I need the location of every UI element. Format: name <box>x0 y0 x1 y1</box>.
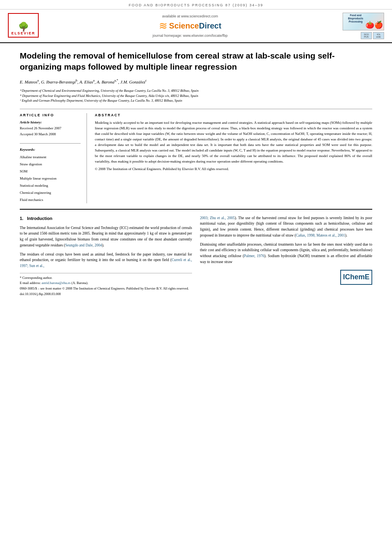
journal-cover-image: Food and Bioproducts Processing 🍅🍎 <box>343 13 384 30</box>
affiliation-b: ᵇ Department of Nuclear Engineering and … <box>20 93 372 98</box>
section1-number: 1. <box>20 216 23 221</box>
badge-scopus: SCOPUS <box>361 32 372 39</box>
affiliation-a: ᵃ Department of Chemical and Environment… <box>20 88 372 93</box>
journal-name-small: Food and Bioproducts Processing <box>344 14 368 23</box>
section1-heading: 1. Introduction <box>20 215 192 222</box>
abstract-text: Modeling is widely accepted to be an imp… <box>95 120 372 172</box>
sd-wordmark: ScienceDirect <box>169 21 221 30</box>
available-text: available at www.sciencedirect.com <box>43 14 337 18</box>
elsevier-wordmark: ELSEVIER <box>11 31 36 35</box>
footnote-section: * Corresponding author. E-mail address: … <box>20 273 192 297</box>
ichemE-wordmark: IChemE <box>340 270 372 285</box>
email-label: E-mail address: <box>20 281 41 285</box>
body-paragraph-3: 2003; Zhu et al., 2005). The use of the … <box>200 215 372 239</box>
section1-title: Introduction <box>27 216 52 221</box>
email-link[interactable]: astrid.barona@ehu.es <box>41 281 70 285</box>
sciencedirect-logo: ≋ ScienceDirect <box>43 20 337 32</box>
journal-logo-right: Food and Bioproducts Processing 🍅🍎 SCOPU… <box>341 13 384 39</box>
article-history-label: Article history: <box>20 120 81 124</box>
body-col-left: 1. Introduction The International Associ… <box>20 215 192 297</box>
article-history-dates: Received 26 November 2007 Accepted 30 Ma… <box>20 125 81 138</box>
abstract-column: ABSTRACT Modeling is widely accepted to … <box>95 113 372 203</box>
journal-header: 🌳 ELSEVIER available at www.sciencedirec… <box>0 9 392 43</box>
body-paragraph-4: Dismissing other unaffordable processes,… <box>200 242 372 265</box>
keywords-list: Alkaline treatment Straw digestion SOM M… <box>20 153 81 203</box>
journal-homepage-text: journal homepage: www.elsevier.com/locat… <box>43 34 337 38</box>
article-title: Modeling the removal of hemicellulose fr… <box>20 50 372 73</box>
body-paragraph-1: The International Association for Cereal… <box>20 225 192 248</box>
ref-seungdo: Seungdo and Dale, 2004 <box>65 243 102 247</box>
keyword-2: Straw digestion <box>20 161 81 168</box>
keyword-7: Fluid mechanics <box>20 196 81 203</box>
ichemE-logo: IChemE <box>340 270 372 287</box>
elsevier-logo: 🌳 ELSEVIER <box>8 13 40 39</box>
body-columns: 1. Introduction The International Associ… <box>20 215 372 297</box>
keyword-4: Multiple linear regression <box>20 175 81 182</box>
authors-line: E. Mateosa, G. Ibarra-Berastegib, A. Eli… <box>20 78 372 85</box>
footnote-corresponding: * Corresponding author. <box>20 275 192 281</box>
keywords-section: Keywords: Alkaline treatment Straw diges… <box>20 143 81 203</box>
ref-palmer: Palmer, 1976 <box>244 254 264 258</box>
body-paragraph-2: The residues of cereal crops have been u… <box>20 252 192 269</box>
sd-wave-icon: ≋ <box>159 20 168 32</box>
ref-2003: 2003; Zhu et al., 2005 <box>200 216 235 220</box>
section-divider <box>20 209 372 210</box>
fruit-decoration-icon: 🍅🍎 <box>366 21 383 29</box>
keywords-label: Keywords: <box>20 148 81 152</box>
keyword-3: SOM <box>20 168 81 175</box>
badge-icheme: IChemE <box>373 32 384 39</box>
footnote-email: E-mail address: astrid.barona@ehu.es (A.… <box>20 280 192 286</box>
ref-canas: Cañas, 1998; Mateos et al., 2001 <box>296 233 345 237</box>
header-center: available at www.sciencedirect.com ≋ Sci… <box>43 14 337 38</box>
affiliations: ᵃ Department of Chemical and Environment… <box>20 88 372 103</box>
journal-badges: SCOPUS IChemE <box>361 32 384 39</box>
received-date: Received 26 November 2007 <box>20 125 81 131</box>
keyword-5: Statistical modeling <box>20 182 81 189</box>
abstract-copyright: © 2008 The Institution of Chemical Engin… <box>95 167 372 172</box>
keyword-1: Alkaline treatment <box>20 153 81 161</box>
article-info-label: ARTICLE INFO <box>20 113 81 117</box>
article-info-abstract: ARTICLE INFO Article history: Received 2… <box>20 109 372 203</box>
abstract-label: ABSTRACT <box>95 113 372 117</box>
email-person: (A. Barona). <box>72 281 89 285</box>
journal-top-bar: FOOD AND BIOPRODUCTS PROCESSING 87 (2009… <box>0 0 392 9</box>
ref-curreli: Curreli et al., 1997; Sun et al., <box>20 258 192 268</box>
main-content: Modeling the removal of hemicellulose fr… <box>0 50 392 297</box>
article-info-column: ARTICLE INFO Article history: Received 2… <box>20 113 87 203</box>
accepted-date: Accepted 30 March 2008 <box>20 131 81 137</box>
elsevier-tree-icon: 🌳 <box>18 23 29 31</box>
keyword-6: Chemical engineering <box>20 189 81 196</box>
body-col-right: 2003; Zhu et al., 2005). The use of the … <box>200 215 372 297</box>
affiliation-c: ᶜ English and German Philosophy Departme… <box>20 98 372 103</box>
footnote-doi: doi:10.1016/j.fbp.2008.03.008 <box>20 292 192 297</box>
footnote-copyright: 0960-3085/$ – see front matter © 2008 Th… <box>20 286 192 292</box>
